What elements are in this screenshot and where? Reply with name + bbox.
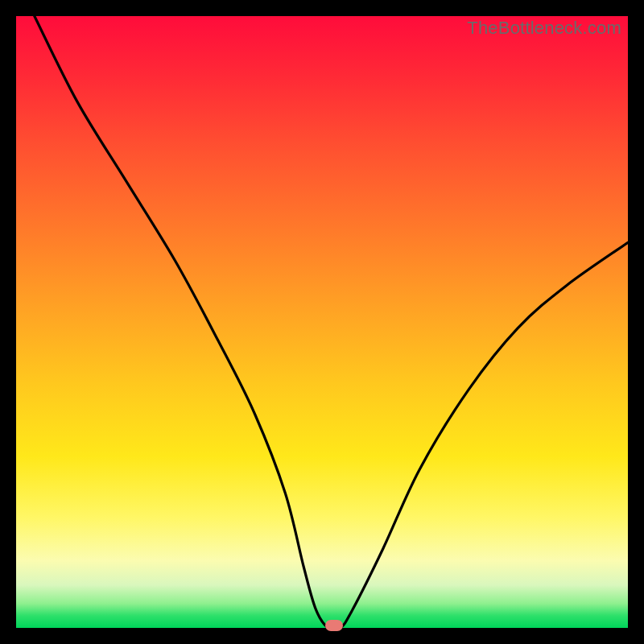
optimum-marker (325, 620, 343, 631)
bottleneck-curve (16, 16, 628, 628)
chart-plot-area: TheBottleneck.com (16, 16, 628, 628)
chart-frame: TheBottleneck.com (0, 0, 644, 644)
